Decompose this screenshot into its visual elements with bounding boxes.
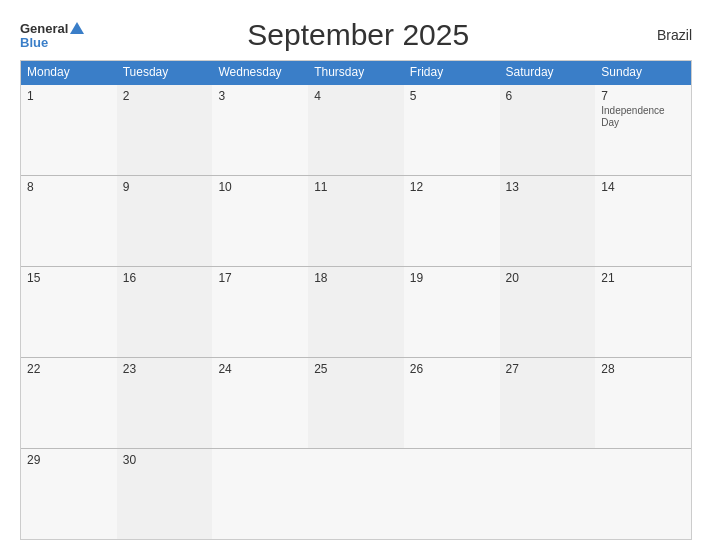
day-cell-7: 7 Independence Day bbox=[595, 85, 691, 175]
day-cell-26: 26 bbox=[404, 358, 500, 448]
day-cell-2: 2 bbox=[117, 85, 213, 175]
day-cell-29: 29 bbox=[21, 449, 117, 539]
page-title: September 2025 bbox=[84, 18, 632, 52]
day-cell-22: 22 bbox=[21, 358, 117, 448]
header-tuesday: Tuesday bbox=[117, 61, 213, 83]
logo-general-text: General bbox=[20, 22, 68, 35]
day-cell-27: 27 bbox=[500, 358, 596, 448]
header-sunday: Sunday bbox=[595, 61, 691, 83]
day-cell-18: 18 bbox=[308, 267, 404, 357]
logo-block: General Blue bbox=[20, 22, 84, 49]
logo: General Blue bbox=[20, 22, 84, 49]
day-cell-empty-4 bbox=[500, 449, 596, 539]
day-cell-19: 19 bbox=[404, 267, 500, 357]
logo-blue-text: Blue bbox=[20, 36, 84, 49]
day-cell-11: 11 bbox=[308, 176, 404, 266]
day-cell-3: 3 bbox=[212, 85, 308, 175]
header-saturday: Saturday bbox=[500, 61, 596, 83]
independence-day-label: Independence Day bbox=[601, 105, 685, 129]
calendar-grid: Monday Tuesday Wednesday Thursday Friday… bbox=[20, 60, 692, 540]
day-cell-30: 30 bbox=[117, 449, 213, 539]
day-cell-8: 8 bbox=[21, 176, 117, 266]
day-cell-empty-3 bbox=[404, 449, 500, 539]
day-cell-25: 25 bbox=[308, 358, 404, 448]
week-row-4: 22 23 24 25 26 27 28 bbox=[21, 357, 691, 448]
day-cell-21: 21 bbox=[595, 267, 691, 357]
week-row-1: 1 2 3 4 5 6 7 Independence Day bbox=[21, 83, 691, 175]
day-headers-row: Monday Tuesday Wednesday Thursday Friday… bbox=[21, 61, 691, 83]
day-cell-4: 4 bbox=[308, 85, 404, 175]
country-label: Brazil bbox=[632, 27, 692, 43]
day-cell-9: 9 bbox=[117, 176, 213, 266]
day-cell-10: 10 bbox=[212, 176, 308, 266]
weeks-container: 1 2 3 4 5 6 7 Independence Day 8 9 10 11… bbox=[21, 83, 691, 539]
day-cell-20: 20 bbox=[500, 267, 596, 357]
week-row-5: 29 30 bbox=[21, 448, 691, 539]
header-wednesday: Wednesday bbox=[212, 61, 308, 83]
page-header: General Blue September 2025 Brazil bbox=[20, 18, 692, 52]
day-cell-5: 5 bbox=[404, 85, 500, 175]
week-row-2: 8 9 10 11 12 13 14 bbox=[21, 175, 691, 266]
header-thursday: Thursday bbox=[308, 61, 404, 83]
day-cell-14: 14 bbox=[595, 176, 691, 266]
day-cell-empty-5 bbox=[595, 449, 691, 539]
day-cell-1: 1 bbox=[21, 85, 117, 175]
day-cell-17: 17 bbox=[212, 267, 308, 357]
day-cell-16: 16 bbox=[117, 267, 213, 357]
week-row-3: 15 16 17 18 19 20 21 bbox=[21, 266, 691, 357]
logo-triangle-icon bbox=[70, 22, 84, 34]
day-cell-15: 15 bbox=[21, 267, 117, 357]
day-cell-empty-1 bbox=[212, 449, 308, 539]
header-monday: Monday bbox=[21, 61, 117, 83]
day-cell-24: 24 bbox=[212, 358, 308, 448]
day-cell-12: 12 bbox=[404, 176, 500, 266]
day-cell-13: 13 bbox=[500, 176, 596, 266]
day-cell-6: 6 bbox=[500, 85, 596, 175]
day-cell-28: 28 bbox=[595, 358, 691, 448]
header-friday: Friday bbox=[404, 61, 500, 83]
day-cell-23: 23 bbox=[117, 358, 213, 448]
logo-top-row: General bbox=[20, 22, 84, 36]
day-cell-empty-2 bbox=[308, 449, 404, 539]
calendar-page: General Blue September 2025 Brazil Monda… bbox=[0, 0, 712, 550]
